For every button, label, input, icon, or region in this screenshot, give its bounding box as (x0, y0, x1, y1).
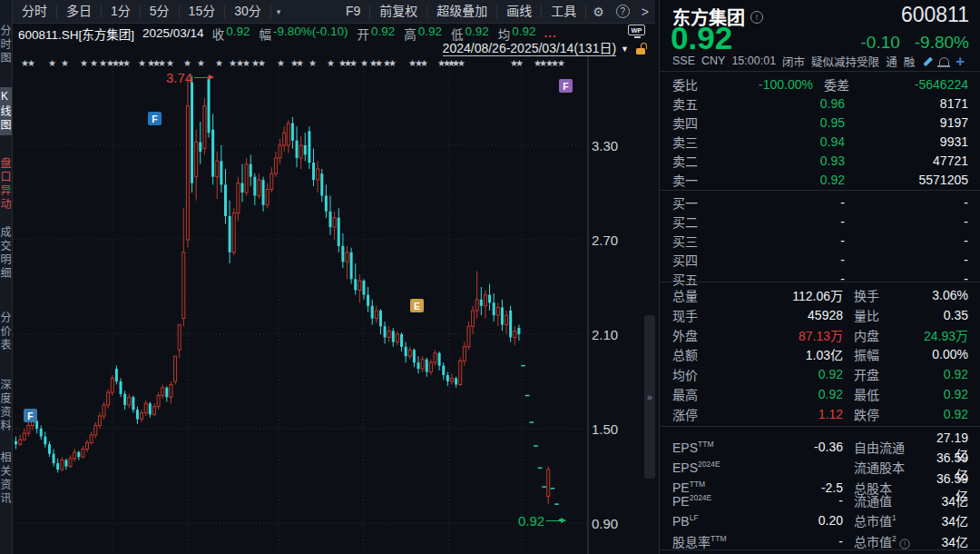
announcement-star[interactable]: ★ (327, 58, 335, 68)
add-watchlist-icon[interactable]: + (956, 55, 965, 67)
stock-info-icon[interactable]: ! (750, 11, 763, 24)
announcement-star[interactable]: ★ (457, 58, 466, 68)
sell-volume: 47721 (845, 153, 968, 168)
sell-price: 0.93 (718, 153, 845, 168)
stat-row-现手: 现手45928量比0.35 (672, 306, 968, 324)
announcement-star[interactable]: ★ (80, 58, 88, 68)
toolbar-tab-1分[interactable]: 1分 (102, 0, 140, 23)
stat-value: 0.35 (903, 308, 968, 322)
sidebar-tab-分价表[interactable]: 分价表 (0, 309, 13, 355)
buy-level-row-买一[interactable]: 买一-- (672, 193, 968, 212)
announcement-star[interactable]: ★ (258, 58, 266, 68)
sell-level-row-卖二[interactable]: 卖二0.9347721 (672, 152, 968, 170)
buy-level-row-买二[interactable]: 买二-- (672, 213, 968, 231)
sidebar-tab-K线图[interactable]: K线图 (0, 87, 13, 135)
sell-level-row-卖三[interactable]: 卖三0.949931 (672, 133, 968, 151)
toolbar-tab-分时[interactable]: 分时 (13, 0, 56, 23)
unlock-icon[interactable] (636, 43, 648, 55)
sidebar-tab-盘口异动[interactable]: 盘口异动 (0, 154, 13, 214)
buy-level-row-买五[interactable]: 买五-- (672, 270, 968, 288)
stat-value: 1.03亿 (718, 345, 843, 363)
buy-volume: - (845, 252, 968, 267)
panel-collapse-handle[interactable]: » (644, 315, 655, 479)
toolbar-button-工具[interactable]: 工具 (542, 0, 585, 23)
sidebar-tab-分时图[interactable]: 分时图 (0, 22, 13, 68)
announcement-star[interactable]: ★ (420, 58, 428, 68)
toolbar-tab-5分[interactable]: 5分 (141, 0, 179, 23)
sell-price: 0.96 (718, 96, 845, 111)
announcement-star[interactable]: ★ (138, 58, 146, 68)
period-dropdown-icon[interactable]: ▾ (271, 7, 287, 16)
announcement-star[interactable]: ★ (557, 58, 565, 68)
quote-meta-row: SSE CNY 15:00:01 闭市 疑似减持受限 通 融 + (672, 54, 972, 68)
announcement-star[interactable]: ★ (122, 58, 131, 68)
sidebar-tab-相关资讯[interactable]: 相关资讯 (0, 449, 13, 509)
market-cap-info-icon[interactable]: ! (899, 539, 909, 549)
announcement-star[interactable]: ★ (183, 58, 191, 68)
event-badge-F[interactable]: F (559, 79, 573, 93)
announcement-star[interactable]: ★ (27, 58, 35, 68)
event-badge-F[interactable]: F (24, 409, 37, 422)
edit-pencil-icon[interactable] (921, 55, 933, 67)
alert-bell-icon[interactable] (939, 57, 949, 66)
buy-level-row-买三[interactable]: 买三-- (672, 232, 968, 250)
hk-connect-badge[interactable]: 通 (886, 53, 897, 70)
announcement-star[interactable]: ★ (197, 58, 205, 68)
announcement-star[interactable]: ★ (277, 58, 285, 68)
fundamental-value: - (752, 493, 843, 508)
arrow-right-icon (194, 77, 212, 78)
sidebar-tab-成交明细[interactable]: 成交明细 (0, 223, 13, 283)
stat-row-外盘: 外盘87.13万内盘24.93万 (672, 326, 968, 344)
announcement-star[interactable]: ★ (166, 58, 174, 68)
stat-row-均价: 均价0.92开盘0.92 (672, 365, 968, 383)
announcement-star[interactable]: ★ (375, 58, 383, 68)
weibi-value: -100.00% (718, 77, 813, 92)
toolbar-button-F9[interactable]: F9 (337, 0, 369, 23)
announcement-star[interactable]: ★ (360, 58, 368, 68)
candlestick-chart-area[interactable]: ★★★★★★★★★★★★★★★★★★★★★★★★★★★★★★★★★★★★★★★★… (13, 56, 655, 554)
date-range-selector[interactable]: 2024/08/26-2025/03/14(131日) (443, 42, 616, 56)
sell-level-row-卖五[interactable]: 卖五0.968171 (672, 94, 968, 113)
announcement-star[interactable]: ★ (349, 58, 358, 68)
sell-level-row-卖一[interactable]: 卖一0.925571205 (672, 171, 968, 189)
range-dropdown-icon[interactable]: ▼ (621, 45, 629, 54)
sell-level-row-卖四[interactable]: 卖四0.959197 (672, 114, 968, 132)
settings-gear-icon[interactable]: ⚙ (586, 5, 611, 19)
announcement-star[interactable]: ★ (296, 58, 304, 68)
announcement-star[interactable]: ★ (48, 58, 56, 68)
stat-value: 87.13万 (718, 326, 843, 344)
announcement-star[interactable]: ★ (61, 58, 69, 68)
fundamental-value: 34亿 (936, 532, 968, 550)
help-icon[interactable]: ? (616, 5, 630, 18)
more-dots[interactable]: ... (544, 26, 557, 40)
stat-row-最高: 最高0.92最低0.92 (672, 385, 968, 403)
event-badge-E[interactable]: E (410, 299, 424, 312)
announcement-star[interactable]: ★ (309, 58, 317, 68)
buy-level-row-买四[interactable]: 买四-- (672, 251, 968, 269)
announcement-star[interactable]: ★ (215, 58, 223, 68)
high-price-annotation: 3.74 (166, 70, 212, 85)
ohlc-field-均: 均0.92 (498, 25, 536, 43)
wp-monitor-icon[interactable]: WP (628, 25, 646, 39)
toolbar-button-前复权[interactable]: 前复权 (370, 0, 426, 23)
toolbar-button-画线[interactable]: 画线 (497, 0, 541, 23)
margin-badge[interactable]: 融 (904, 53, 916, 70)
announcement-star[interactable]: ★ (90, 58, 98, 68)
restriction-tag[interactable]: 疑似减持受限 (811, 53, 879, 70)
announcement-star[interactable]: ★ (388, 58, 397, 68)
announcement-star[interactable]: ★ (515, 58, 524, 68)
announcement-star[interactable]: ★ (158, 58, 166, 68)
stat-value: 0.92 (903, 367, 968, 381)
announcement-star[interactable]: ★ (242, 58, 250, 68)
toolbar-tab-多日[interactable]: 多日 (57, 0, 101, 23)
event-badge-F[interactable]: F (148, 112, 162, 125)
expand-chevron-icon[interactable]: > (635, 5, 655, 19)
stat-value: 0.92 (718, 387, 843, 401)
stat-value: 0.92 (903, 387, 968, 401)
toolbar-tab-30分[interactable]: 30分 (225, 0, 270, 23)
change-value: -0.10 (860, 33, 899, 53)
sidebar-tab-深度资料[interactable]: 深度资料 (0, 376, 13, 436)
stat-row-总量: 总量112.06万换手3.06% (672, 286, 968, 304)
toolbar-tab-15分[interactable]: 15分 (180, 0, 225, 23)
toolbar-button-超级叠加[interactable]: 超级叠加 (427, 0, 496, 23)
